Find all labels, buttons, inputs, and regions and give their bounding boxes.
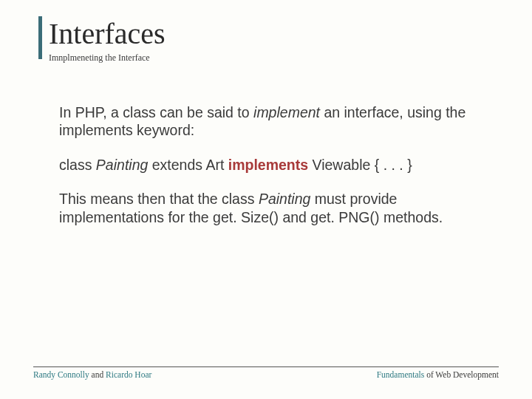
slide-body: In PHP, a class can be said to implement… bbox=[49, 103, 485, 226]
slide: Interfaces Imnplmeneting the Interface I… bbox=[0, 0, 532, 399]
keyword-implements: implements bbox=[228, 157, 308, 173]
paragraph-1: In PHP, a class can be said to implement… bbox=[59, 103, 477, 140]
text: In PHP, a class can be said to bbox=[59, 104, 253, 120]
text: This means then that the class bbox=[59, 191, 259, 207]
text: and bbox=[92, 370, 104, 379]
code-line: class Painting extends Art implements Vi… bbox=[59, 156, 477, 174]
italic-text: Painting bbox=[259, 191, 310, 207]
author-name: Ricardo Hoar bbox=[103, 370, 151, 379]
slide-footer: Randy Connolly and Ricardo Hoar Fundamen… bbox=[33, 366, 499, 380]
text: Viewable { . . . } bbox=[308, 157, 412, 173]
italic-text: implement bbox=[253, 104, 320, 120]
italic-text: Painting bbox=[96, 157, 148, 173]
text: class bbox=[59, 157, 96, 173]
footer-book-title: Fundamentals of Web Development bbox=[377, 370, 499, 380]
author-name: Randy Connolly bbox=[33, 370, 92, 379]
slide-title: Interfaces bbox=[49, 16, 485, 51]
text: of Web Development bbox=[426, 370, 499, 379]
text-accent: Fundamentals bbox=[377, 370, 426, 379]
title-accent-bar bbox=[38, 16, 42, 59]
paragraph-2: This means then that the class Painting … bbox=[59, 190, 477, 226]
text: extends Art bbox=[148, 157, 228, 173]
slide-subtitle: Imnplmeneting the Interface bbox=[49, 52, 485, 64]
footer-authors: Randy Connolly and Ricardo Hoar bbox=[33, 370, 151, 380]
